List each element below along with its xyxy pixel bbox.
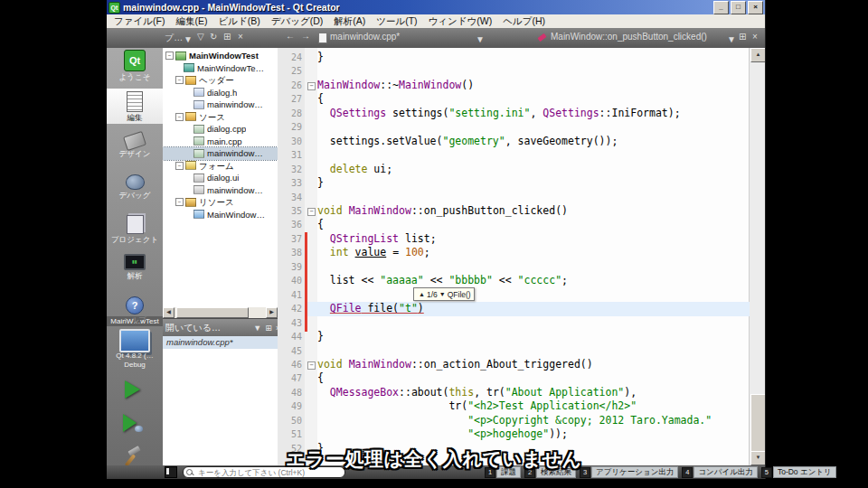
tree-row-13[interactable]: MainWindow… bbox=[163, 209, 278, 221]
fold-marker-icon[interactable]: − bbox=[307, 82, 316, 90]
tree-row-2[interactable]: −ヘッダー bbox=[163, 74, 278, 87]
hint-prev-icon[interactable]: ▲ bbox=[419, 291, 425, 297]
filter-icon[interactable]: ▽ bbox=[197, 32, 204, 42]
kit-selector-icon[interactable] bbox=[119, 329, 150, 352]
mode-解析[interactable]: ▮▮解析 bbox=[107, 254, 163, 282]
code-line-39[interactable]: 39 bbox=[278, 260, 750, 274]
close-button[interactable]: × bbox=[748, 1, 763, 14]
open-document-item[interactable]: mainwindow.cpp* bbox=[163, 336, 278, 349]
code-line-42[interactable]: 42 QFile file("t") bbox=[278, 302, 750, 315]
code-line-33[interactable]: 33} bbox=[278, 176, 750, 190]
scroll-up-icon[interactable]: ▲ bbox=[750, 48, 765, 62]
code-line-47[interactable]: 47{ bbox=[278, 371, 750, 385]
menu-item-2[interactable]: ビルド(B) bbox=[212, 15, 265, 28]
tree-row-8[interactable]: mainwindow… bbox=[163, 147, 278, 160]
tree-row-12[interactable]: −リソース bbox=[163, 196, 278, 209]
tree-row-0[interactable]: −MainWindowTest bbox=[163, 50, 278, 62]
code-line-24[interactable]: 24} bbox=[278, 51, 750, 64]
code-line-41[interactable]: 41 bbox=[278, 288, 750, 302]
collapse-icon[interactable]: − bbox=[175, 162, 184, 170]
close-pane-icon[interactable]: × bbox=[238, 32, 243, 42]
fold-cell[interactable]: − bbox=[305, 79, 317, 92]
menu-item-0[interactable]: ファイル(F) bbox=[108, 15, 170, 28]
code-line-25[interactable]: 25 bbox=[278, 64, 750, 78]
scroll-left-icon[interactable]: ◀ bbox=[163, 307, 175, 318]
minimize-button[interactable]: _ bbox=[713, 1, 729, 14]
tree-row-10[interactable]: dialog.ui bbox=[163, 172, 278, 184]
scroll-thumb[interactable] bbox=[750, 394, 765, 454]
tree-row-11[interactable]: mainwindow… bbox=[163, 184, 278, 197]
tree-row-7[interactable]: main.cpp bbox=[163, 136, 278, 148]
chevron-down-icon[interactable]: ▼ bbox=[184, 34, 193, 44]
go-back-icon[interactable]: ← bbox=[286, 31, 295, 41]
title-bar[interactable]: Qt mainwindow.cpp - MainWindowTest - Qt … bbox=[107, 0, 765, 14]
code-line-45[interactable]: 45 bbox=[278, 344, 750, 358]
tree-horizontal-scrollbar[interactable]: ◀ ▶ bbox=[163, 307, 278, 318]
menu-item-5[interactable]: ツール(T) bbox=[371, 15, 422, 28]
code-line-30[interactable]: 30 settings.setValue("geometry", saveGeo… bbox=[278, 135, 750, 148]
code-line-49[interactable]: 49 tr("<h2>Test Application</h2>" bbox=[278, 399, 750, 413]
close-editor-icon[interactable]: × bbox=[752, 32, 758, 42]
mode-編集[interactable]: 編集 bbox=[107, 89, 163, 124]
code-line-40[interactable]: 40 list << "aaaaa" << "bbbbb" << "ccccc"… bbox=[278, 274, 750, 287]
code-line-46[interactable]: 46−void MainWindow::on_action_About_trig… bbox=[278, 358, 750, 371]
mode-デバッグ[interactable]: デバッグ bbox=[107, 174, 163, 202]
code-line-34[interactable]: 34 bbox=[278, 191, 750, 204]
menu-item-3[interactable]: デバッグ(D) bbox=[266, 15, 329, 28]
tree-row-3[interactable]: dialog.h bbox=[163, 87, 278, 99]
chevron-down-icon[interactable]: ▼ bbox=[253, 324, 261, 333]
menu-item-4[interactable]: 解析(A) bbox=[328, 15, 371, 28]
editor-vertical-scrollbar[interactable]: ▲ ▼ bbox=[749, 48, 765, 465]
code-line-28[interactable]: 28 QSettings settings("setting.ini", QSe… bbox=[278, 107, 750, 120]
project-pane-selector[interactable]: プ… bbox=[165, 32, 183, 44]
hint-next-icon[interactable]: ▼ bbox=[439, 291, 446, 297]
fold-cell[interactable]: − bbox=[305, 358, 317, 371]
sync-with-editor-icon[interactable]: ↻ bbox=[210, 32, 217, 42]
tree-row-1[interactable]: MainWindowTe… bbox=[163, 62, 278, 75]
code-line-44[interactable]: 44} bbox=[278, 330, 750, 343]
mode-デザイン[interactable]: デザイン bbox=[107, 134, 163, 160]
code-editor[interactable]: 24}2526−MainWindow::~MainWindow()27{28 Q… bbox=[278, 48, 765, 465]
function-hint-popup[interactable]: ▲ 1/6 ▼ QFile() bbox=[413, 287, 475, 301]
output-pane-button-To-Do エントリ[interactable]: 5To-Do エントリ bbox=[761, 466, 836, 478]
code-line-50[interactable]: 50 "<p>Copyright &copy; 2012 Taro.Yamada… bbox=[278, 414, 750, 427]
tree-row-5[interactable]: −ソース bbox=[163, 111, 278, 124]
code-line-37[interactable]: 37 QStringList list; bbox=[278, 232, 750, 246]
mode-プロジェクト[interactable]: プロジェクト bbox=[107, 215, 163, 246]
tree-row-9[interactable]: −フォーム bbox=[163, 160, 278, 173]
open-file-dropdown[interactable]: mainwindow.cpp* bbox=[330, 32, 400, 42]
code-line-38[interactable]: 38 int value = 100; bbox=[278, 246, 750, 259]
collapse-icon[interactable]: − bbox=[175, 76, 184, 84]
code-line-35[interactable]: 35−void MainWindow::on_pushButton_clicke… bbox=[278, 204, 750, 218]
code-line-26[interactable]: 26−MainWindow::~MainWindow() bbox=[278, 79, 750, 92]
split-pane-icon[interactable]: ⊞ bbox=[223, 32, 231, 42]
tree-row-4[interactable]: mainwindow… bbox=[163, 99, 278, 111]
file-dropdown-caret-icon[interactable]: ▼ bbox=[476, 34, 485, 44]
split-pane-icon[interactable]: ⊞ bbox=[265, 324, 272, 333]
editor-caret-icon[interactable]: ▼ bbox=[727, 34, 736, 44]
scroll-down-icon[interactable]: ▼ bbox=[750, 451, 765, 465]
code-line-32[interactable]: 32 delete ui; bbox=[278, 163, 750, 176]
fold-cell[interactable]: − bbox=[305, 204, 317, 218]
scroll-thumb[interactable] bbox=[176, 307, 249, 318]
menu-item-6[interactable]: ウィンドウ(W) bbox=[423, 15, 498, 28]
fold-marker-icon[interactable]: − bbox=[307, 361, 316, 370]
menu-item-7[interactable]: ヘルプ(H) bbox=[497, 15, 551, 28]
run-button[interactable] bbox=[125, 380, 140, 399]
symbol-dropdown[interactable]: MainWindow::on_pushButton_clicked() bbox=[551, 32, 707, 42]
output-pane-button-コンパイル出力[interactable]: 4コンパイル出力 bbox=[682, 466, 758, 478]
code-line-29[interactable]: 29 bbox=[278, 120, 750, 134]
collapse-icon[interactable]: − bbox=[165, 52, 174, 60]
output-pane-button-アプリケーション出力[interactable]: 3アプリケーション出力 bbox=[580, 466, 678, 478]
collapse-icon[interactable]: − bbox=[175, 198, 184, 206]
collapse-icon[interactable]: − bbox=[175, 113, 184, 121]
split-editor-icon[interactable]: ⊞ bbox=[739, 32, 746, 42]
code-line-31[interactable]: 31 bbox=[278, 148, 750, 162]
code-line-36[interactable]: 36{ bbox=[278, 218, 750, 231]
menu-item-1[interactable]: 編集(E) bbox=[170, 15, 212, 28]
open-documents-header[interactable]: 開いている… ▼ ⊞ × bbox=[163, 318, 284, 337]
scroll-right-icon[interactable]: ▶ bbox=[266, 307, 278, 318]
tree-row-6[interactable]: dialog.cpp bbox=[163, 123, 278, 136]
code-line-43[interactable]: 43 bbox=[278, 316, 750, 330]
code-line-48[interactable]: 48 QMessageBox::about(this, tr("About Ap… bbox=[278, 386, 750, 399]
